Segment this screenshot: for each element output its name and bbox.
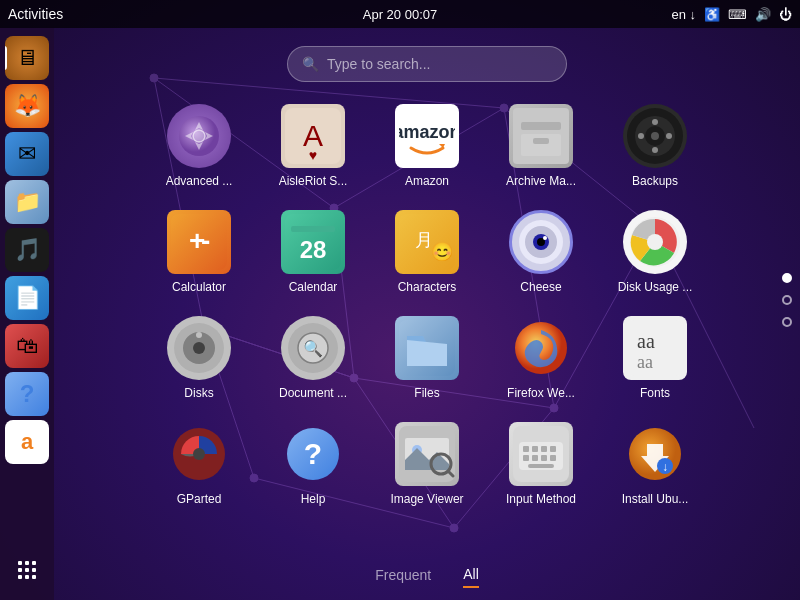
- svg-rect-98: [532, 446, 538, 452]
- app-item-cheese[interactable]: Cheese: [486, 202, 596, 300]
- main-area: 🔍 Advanced ...: [54, 28, 800, 600]
- sidebar-item-rhythmbox[interactable]: 🎵: [5, 228, 49, 272]
- app-item-installubu[interactable]: ↓ Install Ubu...: [600, 414, 710, 512]
- app-item-amazon[interactable]: amazon Amazon: [372, 96, 482, 194]
- app-item-characters[interactable]: 月 😊 Characters: [372, 202, 482, 300]
- svg-rect-101: [523, 455, 529, 461]
- app-item-document[interactable]: 🔍 Document ...: [258, 308, 368, 406]
- document-icon: 🔍: [281, 316, 345, 380]
- svg-rect-103: [541, 455, 547, 461]
- svg-point-56: [666, 133, 672, 139]
- inputmethod-label: Input Method: [506, 492, 576, 506]
- sidebar: 🖥 🦊 ✉ 📁 🎵 📄 🛍 ? a: [0, 28, 54, 600]
- svg-rect-49: [533, 138, 549, 144]
- svg-text:?: ?: [304, 437, 322, 470]
- sidebar-item-amazon[interactable]: a: [5, 420, 49, 464]
- aisleriot-label: AisleRiot S...: [279, 174, 348, 188]
- svg-rect-28: [18, 568, 22, 572]
- imageviewer-icon: [395, 422, 459, 486]
- libreoffice-icon: 📄: [14, 285, 41, 311]
- accessibility-icon[interactable]: ♿: [704, 7, 720, 22]
- volume-icon[interactable]: 🔊: [755, 7, 771, 22]
- svg-rect-100: [550, 446, 556, 452]
- sidebar-item-appstore[interactable]: 🛍: [5, 324, 49, 368]
- app-item-files[interactable]: Files: [372, 308, 482, 406]
- topbar-left: Activities: [8, 6, 63, 22]
- diskusage-icon: [623, 210, 687, 274]
- app-item-imageviewer[interactable]: Image Viewer: [372, 414, 482, 512]
- sidebar-item-firefox[interactable]: 🦊: [5, 84, 49, 128]
- power-icon[interactable]: ⏻: [779, 7, 792, 22]
- scroll-dot-2[interactable]: [782, 295, 792, 305]
- help-label: Help: [301, 492, 326, 506]
- sidebar-item-libreoffice[interactable]: 📄: [5, 276, 49, 320]
- app-item-backups[interactable]: Backups: [600, 96, 710, 194]
- svg-text:♥: ♥: [309, 147, 317, 163]
- firefox-label: Firefox We...: [507, 386, 575, 400]
- app-item-firefox[interactable]: Firefox We...: [486, 308, 596, 406]
- svg-rect-104: [550, 455, 556, 461]
- aisleriot-icon: A ♥: [281, 104, 345, 168]
- svg-rect-25: [18, 561, 22, 565]
- apps-grid-icon: [15, 558, 39, 582]
- search-icon: 🔍: [302, 56, 319, 72]
- sidebar-item-help[interactable]: ?: [5, 372, 49, 416]
- keyboard-icon[interactable]: ⌨: [728, 7, 747, 22]
- svg-point-57: [651, 132, 659, 140]
- svg-text:aa: aa: [637, 352, 653, 372]
- sidebar-item-thunderbird[interactable]: ✉: [5, 132, 49, 176]
- svg-point-73: [647, 234, 663, 250]
- svg-text:🔍: 🔍: [303, 339, 323, 358]
- sidebar-item-system[interactable]: 🖥: [5, 36, 49, 80]
- svg-rect-47: [521, 122, 561, 130]
- svg-rect-29: [25, 568, 29, 572]
- calculator-icon: + -: [167, 210, 231, 274]
- help-sidebar-icon: ?: [20, 380, 35, 408]
- app-item-diskusage[interactable]: Disk Usage ...: [600, 202, 710, 300]
- svg-point-76: [193, 342, 205, 354]
- fonts-icon: aa aa: [623, 316, 687, 380]
- lang-indicator[interactable]: en ↓: [671, 7, 696, 22]
- app-item-archive[interactable]: Archive Ma...: [486, 96, 596, 194]
- svg-point-55: [638, 133, 644, 139]
- calculator-label: Calculator: [172, 280, 226, 294]
- characters-icon: 月 😊: [395, 210, 459, 274]
- app-item-gparted[interactable]: GParted: [144, 414, 254, 512]
- svg-rect-31: [18, 575, 22, 579]
- scroll-indicators: [782, 273, 792, 327]
- characters-label: Characters: [398, 280, 457, 294]
- app-item-fonts[interactable]: aa aa Fonts: [600, 308, 710, 406]
- tab-all[interactable]: All: [463, 566, 479, 588]
- svg-point-87: [193, 448, 205, 460]
- archive-icon: [509, 104, 573, 168]
- sidebar-item-apps[interactable]: [5, 548, 49, 592]
- installubu-label: Install Ubu...: [622, 492, 689, 506]
- app-item-calculator[interactable]: + - Calculator: [144, 202, 254, 300]
- search-input[interactable]: [327, 56, 552, 72]
- sidebar-item-files[interactable]: 📁: [5, 180, 49, 224]
- app-item-aisleriot[interactable]: A ♥ AisleRiot S...: [258, 96, 368, 194]
- activities-label[interactable]: Activities: [8, 6, 63, 22]
- advanced-label: Advanced ...: [166, 174, 233, 188]
- app-item-help[interactable]: ? Help: [258, 414, 368, 512]
- search-bar: 🔍: [287, 46, 567, 82]
- disks-label: Disks: [184, 386, 213, 400]
- tab-frequent[interactable]: Frequent: [375, 567, 431, 587]
- archive-label: Archive Ma...: [506, 174, 576, 188]
- svg-rect-97: [523, 446, 529, 452]
- scroll-dot-3[interactable]: [782, 317, 792, 327]
- scroll-dot-1[interactable]: [782, 273, 792, 283]
- appstore-icon: 🛍: [16, 333, 38, 359]
- svg-point-77: [196, 332, 202, 338]
- calendar-label: Calendar: [289, 280, 338, 294]
- app-item-inputmethod[interactable]: Input Method: [486, 414, 596, 512]
- amazon-sidebar-icon: a: [21, 429, 33, 455]
- svg-rect-62: [291, 226, 335, 232]
- app-item-calendar[interactable]: 28 Calendar: [258, 202, 368, 300]
- app-item-advanced[interactable]: Advanced ...: [144, 96, 254, 194]
- imageviewer-label: Image Viewer: [390, 492, 463, 506]
- diskusage-label: Disk Usage ...: [618, 280, 693, 294]
- svg-rect-48: [521, 134, 561, 156]
- app-item-disks[interactable]: Disks: [144, 308, 254, 406]
- svg-text:-: -: [201, 225, 210, 256]
